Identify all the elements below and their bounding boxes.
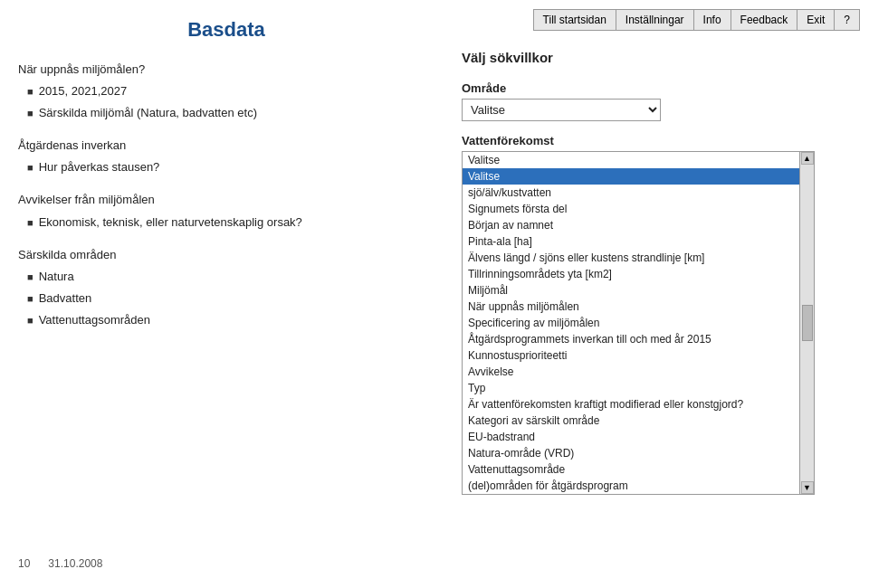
feedback-button[interactable]: Feedback	[731, 10, 798, 30]
listbox-item[interactable]: Tillrinningsområdets yta [km2]	[463, 266, 814, 282]
bullet-text-3: Hur påverkas stausen?	[39, 157, 160, 177]
scroll-down-arrow[interactable]: ▼	[801, 481, 814, 494]
list-item: ■ Särskilda miljömål (Natura, badvatten …	[27, 103, 434, 123]
listbox-item[interactable]: Älvens längd / sjöns eller kustens stran…	[463, 250, 814, 266]
vattenforekomst-label: Vattenförekomst	[462, 134, 851, 147]
listbox-item[interactable]: Natura-område (VRD)	[463, 445, 814, 461]
list-item: ■ Natura	[27, 267, 434, 287]
panel-title: Välj sökvillkor	[462, 50, 851, 65]
bullet-icon-4: ■	[27, 214, 33, 232]
listbox-item[interactable]: Avvikelse	[463, 364, 814, 380]
list-item: ■ Ekonomisk, teknisk, eller naturvetensk…	[27, 213, 434, 232]
list-item: ■ 2015, 2021,2027	[27, 81, 434, 101]
avvikelser-heading: Avvikelser från miljömålen	[18, 190, 434, 210]
listbox-item[interactable]: Valitse	[463, 152, 814, 168]
listbox-item[interactable]: Är vattenförekomsten kraftigt modifierad…	[463, 396, 814, 413]
installningar-button[interactable]: Inställningar	[616, 10, 694, 30]
listbox-items-container: ValitseValitsesjö/älv/kustvattenSignumet…	[463, 152, 814, 494]
scroll-thumb[interactable]	[802, 305, 813, 341]
footer-date: 31.10.2008	[48, 557, 102, 570]
listbox-item[interactable]: Vattenuttagsområde	[463, 461, 814, 478]
bullet-icon-1: ■	[27, 83, 33, 100]
list-item: ■ Hur påverkas stausen?	[27, 157, 434, 177]
listbox-item[interactable]: Åtgärdsprogrammets inverkan till och med…	[463, 331, 814, 347]
section-atgardenas: Åtgärdenas inverkan ■ Hur påverkas staus…	[18, 136, 434, 177]
atgardenas-heading: Åtgärdenas inverkan	[18, 136, 434, 156]
list-item: ■ Vattenuttagsområden	[27, 310, 434, 330]
area-label: Område	[462, 81, 851, 95]
vattenforekomst-field-group: Vattenförekomst ValitseValitsesjö/älv/ku…	[462, 134, 851, 495]
info-button[interactable]: Info	[694, 10, 731, 30]
left-panel: Basdata När uppnås miljömålen? ■ 2015, 2…	[18, 18, 434, 343]
footer-page: 10	[18, 557, 30, 570]
scrollbar[interactable]: ▲ ▼	[799, 152, 814, 494]
listbox-item[interactable]: Början av namnet	[463, 217, 814, 233]
bullet-text-1: 2015, 2021,2027	[39, 81, 128, 101]
bullet-text-7: Vattenuttagsområden	[39, 310, 150, 330]
footer: 10 31.10.2008	[18, 557, 102, 570]
bullet-text-5: Natura	[39, 267, 74, 287]
section-miljomal: När uppnås miljömålen? ■ 2015, 2021,2027…	[18, 60, 434, 123]
bullet-text-4: Ekonomisk, teknisk, eller naturvetenskap…	[39, 213, 302, 232]
listbox-item[interactable]: Typ	[463, 380, 814, 396]
listbox-item[interactable]: Kunnostusprioriteetti	[463, 347, 814, 364]
right-panel: Välj sökvillkor Område Valitse Vattenför…	[462, 50, 851, 507]
listbox-item[interactable]: Miljömål	[463, 282, 814, 299]
till-startsidan-button[interactable]: Till startsidan	[534, 10, 616, 30]
section-sarskilda: Särskilda områden ■ Natura ■ Badvatten ■…	[18, 245, 434, 330]
top-navigation: Till startsidan Inställningar Info Feedb…	[533, 9, 860, 31]
section-avvikelser: Avvikelser från miljömålen ■ Ekonomisk, …	[18, 190, 434, 232]
bullet-icon-2: ■	[27, 105, 33, 122]
question-heading: När uppnås miljömålen?	[18, 60, 434, 80]
listbox-item[interactable]: Signumets första del	[463, 201, 814, 217]
bullet-icon-6: ■	[27, 290, 33, 308]
scroll-up-arrow[interactable]: ▲	[801, 152, 814, 165]
sarskilda-heading: Särskilda områden	[18, 245, 434, 265]
listbox-item[interactable]: Valitse	[463, 168, 814, 185]
page-title: Basdata	[18, 18, 434, 42]
help-button[interactable]: ?	[835, 10, 859, 30]
area-field-group: Område Valitse	[462, 81, 851, 121]
listbox-item[interactable]: (del)områden för åtgärdsprogram	[463, 478, 814, 494]
bullet-text-2: Särskilda miljömål (Natura, badvatten et…	[39, 103, 257, 123]
listbox-item[interactable]: Kategori av särskilt område	[463, 413, 814, 429]
exit-button[interactable]: Exit	[797, 10, 835, 30]
main-content: När uppnås miljömålen? ■ 2015, 2021,2027…	[18, 60, 434, 330]
listbox-item[interactable]: När uppnås miljömålen	[463, 299, 814, 315]
bullet-text-6: Badvatten	[39, 289, 92, 308]
listbox-item[interactable]: sjö/älv/kustvatten	[463, 185, 814, 201]
listbox-item[interactable]: Pinta-ala [ha]	[463, 233, 814, 250]
bullet-icon-7: ■	[27, 312, 33, 329]
vattenforekomst-listbox[interactable]: ValitseValitsesjö/älv/kustvattenSignumet…	[462, 151, 815, 495]
area-select[interactable]: Valitse	[462, 99, 661, 121]
list-item: ■ Badvatten	[27, 289, 434, 308]
listbox-item[interactable]: EU-badstrand	[463, 429, 814, 445]
listbox-item[interactable]: Specificering av miljömålen	[463, 315, 814, 331]
bullet-icon-5: ■	[27, 269, 33, 286]
bullet-icon-3: ■	[27, 159, 33, 176]
